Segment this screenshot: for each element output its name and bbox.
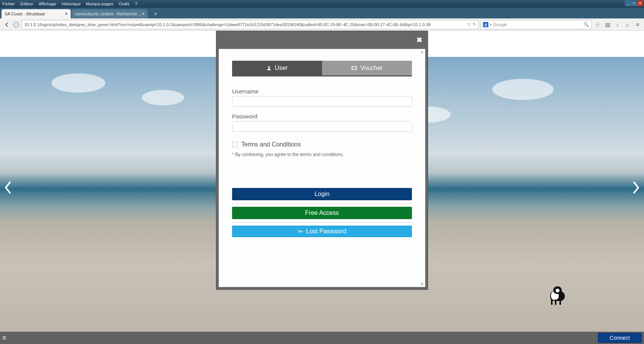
menu-historique[interactable]: Historique (61, 2, 81, 6)
home-icon[interactable]: ⌂ (623, 20, 632, 29)
chevron-right-icon (632, 181, 640, 194)
scroll-up-icon[interactable]: ▲ (420, 50, 424, 54)
menu-affichage[interactable]: Affichage (39, 2, 56, 6)
terms-checkbox[interactable] (232, 142, 237, 147)
login-tabs: User Voucher (232, 61, 412, 76)
modal-body: ▲ User Voucher Username Password (219, 49, 425, 287)
menu-help[interactable]: ? (135, 2, 137, 6)
username-label: Username (232, 88, 412, 95)
connect-button[interactable]: Connect (598, 333, 642, 343)
browser-tab-inactive[interactable]: camerubuntu zimbra - Recherche ... × (71, 9, 148, 18)
maximize-button[interactable]: □ (631, 0, 637, 6)
tab-voucher-label: Voucher (360, 65, 383, 71)
tab-user-label: User (275, 65, 288, 71)
window-close-button[interactable]: × (637, 0, 643, 6)
voucher-icon (351, 65, 357, 71)
new-tab-button[interactable]: ＋ (151, 10, 160, 18)
minimize-button[interactable]: _ (625, 0, 631, 6)
user-icon (266, 65, 272, 71)
terms-label[interactable]: Terms and Conditions (241, 141, 301, 148)
lost-password-label: Lost Password (306, 228, 347, 235)
carousel-next-button[interactable] (630, 178, 642, 197)
divider (232, 222, 412, 223)
dropdown-icon[interactable]: ▾ (490, 23, 492, 27)
username-input[interactable] (232, 96, 412, 107)
svg-point-2 (298, 231, 300, 233)
free-access-button[interactable]: Free Access (232, 207, 412, 219)
terms-note: * By continuing, you agree to the terms … (232, 152, 412, 157)
os-menubar: Fichier Édition Affichage Historique Mar… (0, 0, 644, 8)
dog-in-photo (544, 286, 571, 305)
key-icon (298, 229, 303, 234)
tab-title: SA Coast - Struisbaai (5, 12, 45, 16)
bookmark-star-icon[interactable]: ☆ (593, 20, 602, 29)
search-bar[interactable]: g ▾ Google 🔍 (480, 20, 592, 29)
search-icon[interactable]: 🔍 (583, 22, 589, 27)
login-modal: ✖ ▲ User Voucher Username (216, 31, 428, 290)
tab-voucher[interactable]: Voucher (322, 61, 412, 75)
downloads-icon[interactable]: ↓ (613, 20, 622, 29)
page-viewport: ≡ Connect ✖ ▲ User Voucher (0, 31, 644, 344)
close-icon[interactable]: × (65, 11, 68, 17)
password-input[interactable] (232, 121, 412, 132)
password-label: Password (232, 113, 412, 120)
back-arrow-icon (4, 22, 10, 27)
modal-header: ✖ (216, 31, 428, 49)
menu-fichier[interactable]: Fichier (2, 2, 15, 6)
bottom-bar: ≡ Connect (0, 332, 644, 344)
svg-point-0 (268, 66, 270, 68)
login-button[interactable]: Login (232, 188, 412, 200)
menu-icon[interactable]: ≡ (633, 20, 642, 29)
close-icon[interactable]: × (142, 11, 144, 17)
carousel-prev-button[interactable] (2, 178, 14, 197)
menu-edition[interactable]: Édition (20, 2, 33, 6)
dropdown-icon[interactable]: ▽ (467, 22, 470, 27)
menu-marquepages[interactable]: Marque-pages (86, 2, 113, 6)
menu-icon[interactable]: ≡ (2, 334, 7, 342)
search-engine-icon: g (483, 22, 488, 27)
search-placeholder: Google (493, 22, 507, 27)
menu-outils[interactable]: Outils (119, 2, 129, 6)
globe-icon (13, 22, 19, 28)
window-controls: _ □ × (625, 0, 643, 6)
chevron-left-icon (4, 181, 12, 194)
scroll-down-icon[interactable]: ▼ (420, 282, 424, 286)
svg-rect-1 (352, 66, 357, 70)
url-bar[interactable]: 10.1.0.1/login/cp/index_darkgrey_blue_gr… (22, 20, 479, 29)
library-icon[interactable]: ▤ (603, 20, 612, 29)
lost-password-button[interactable]: Lost Password (232, 226, 412, 237)
reload-icon[interactable]: ↻ (473, 22, 476, 27)
divider (232, 203, 412, 204)
tab-user[interactable]: User (232, 61, 322, 75)
browser-tabstrip: SA Coast - Struisbaai × camerubuntu zimb… (0, 8, 644, 18)
back-button[interactable] (2, 20, 12, 29)
modal-close-button[interactable]: ✖ (417, 36, 422, 44)
tab-title: camerubuntu zimbra - Recherche ... (75, 12, 142, 16)
browser-toolbar: 10.1.0.1/login/cp/index_darkgrey_blue_gr… (0, 18, 644, 31)
url-text: 10.1.0.1/login/cp/index_darkgrey_blue_gr… (24, 22, 465, 27)
browser-tab-active[interactable]: SA Coast - Struisbaai × (2, 9, 71, 18)
